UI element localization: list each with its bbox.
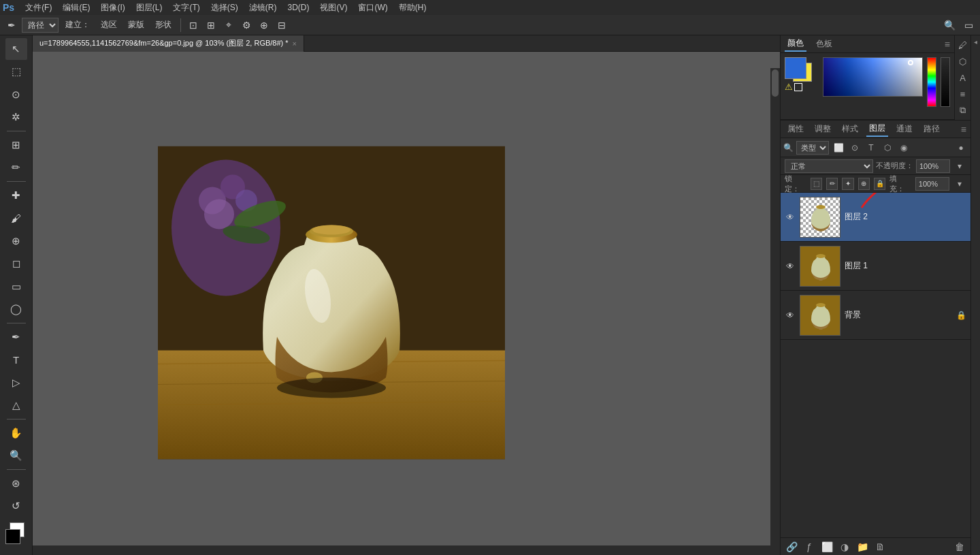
menu-3d[interactable]: 3D(D) — [282, 1, 314, 14]
settings-icon[interactable]: ⚙ — [239, 18, 254, 33]
tab-channels[interactable]: 通道 — [894, 122, 915, 136]
tool-brush[interactable]: 🖌 — [5, 207, 27, 229]
fill-input[interactable] — [915, 177, 949, 191]
tool-dodge[interactable]: ◯ — [5, 298, 27, 320]
shape-option[interactable]: 形状 — [151, 18, 176, 32]
delete-layer-icon[interactable]: 🗑 — [953, 540, 966, 554]
canvas-scrollbar-horizontal[interactable] — [33, 545, 770, 555]
tool-heal[interactable]: ✚ — [5, 185, 27, 206]
tab-adjustments[interactable]: 调整 — [812, 122, 834, 136]
opacity-dropdown-icon[interactable]: ▾ — [953, 159, 966, 173]
add-style-icon[interactable]: ƒ — [802, 540, 816, 554]
opacity-input[interactable] — [916, 159, 950, 173]
tool-path-selection[interactable]: ▷ — [5, 372, 27, 394]
filter-smart-icon[interactable]: ◉ — [897, 141, 911, 155]
path-type-dropdown[interactable]: 路径 — [22, 18, 59, 33]
foreground-color-swatch[interactable] — [5, 529, 20, 544]
layer-adjustment-icon[interactable]: ≡ — [956, 87, 970, 101]
small-color-rect[interactable] — [794, 83, 802, 91]
lock-brush-icon[interactable]: ✏ — [826, 178, 838, 190]
tool-crop[interactable]: ⊞ — [5, 134, 27, 156]
link-layers-icon[interactable]: 🔗 — [785, 540, 798, 554]
filter-adjustment-icon[interactable]: ⊙ — [848, 141, 862, 155]
tool-hand[interactable]: ✋ — [5, 422, 27, 444]
alpha-picker[interactable] — [941, 57, 950, 107]
tab-properties[interactable]: 属性 — [785, 122, 806, 136]
foreground-color-large[interactable] — [785, 57, 806, 79]
align-center-icon[interactable]: ⊞ — [203, 18, 218, 33]
tab-color[interactable]: 颜色 — [785, 36, 806, 52]
vertical-scroll-thumb[interactable] — [772, 69, 779, 97]
lock-move-icon[interactable]: ✦ — [842, 178, 853, 190]
new-group-icon[interactable]: 📁 — [855, 540, 869, 554]
layer-2-visibility-icon[interactable]: 👁 — [785, 212, 796, 223]
filter-pixel-icon[interactable]: ⬜ — [832, 141, 845, 155]
menu-text[interactable]: 文字(T) — [167, 1, 205, 15]
gradient-cursor[interactable] — [908, 60, 913, 65]
tool-marquee[interactable]: ⬚ — [5, 61, 27, 83]
tool-lasso[interactable]: ⊙ — [5, 84, 27, 106]
filter-active-icon[interactable]: ● — [954, 141, 968, 155]
tab-paths[interactable]: 路径 — [921, 122, 943, 136]
lock-artboard-icon[interactable]: ⊕ — [858, 178, 870, 190]
tool-move[interactable]: ↖ — [5, 38, 27, 60]
layer-item-1[interactable]: 👁 图层 1 — [781, 242, 970, 291]
canvas-scrollbar-vertical[interactable] — [770, 68, 780, 555]
layer-type-filter[interactable]: 类型 — [796, 141, 829, 155]
tool-eyedropper[interactable]: ✏ — [5, 157, 27, 178]
layer-item-2[interactable]: 👁 图层 2 — [781, 193, 970, 242]
menu-window[interactable]: 窗口(W) — [353, 1, 393, 15]
lock-checkerboard-icon[interactable]: ⬚ — [811, 178, 822, 190]
new-layer-icon[interactable]: 🗎 — [873, 540, 887, 554]
filter-type-icon[interactable]: T — [864, 141, 878, 155]
menu-layer[interactable]: 图层(L) — [131, 1, 168, 15]
blend-mode-dropdown[interactable]: 正常 — [785, 159, 873, 173]
menu-image[interactable]: 图像(I) — [95, 1, 130, 15]
mask-option[interactable]: 蒙版 — [124, 18, 148, 32]
tool-rotate[interactable]: ↺ — [5, 495, 27, 517]
transform-icon[interactable]: ⌖ — [221, 18, 236, 33]
search-icon[interactable]: 🔍 — [942, 18, 957, 33]
tool-zoom[interactable]: 🔍 — [5, 445, 27, 466]
menu-select[interactable]: 选择(S) — [206, 1, 244, 15]
select-option[interactable]: 选区 — [97, 18, 121, 32]
filter-shape-icon[interactable]: ⬡ — [881, 141, 894, 155]
tool-stamp[interactable]: ⊕ — [5, 230, 27, 252]
document-tab[interactable]: u=1789964555,1141562769&fm=26&gp=0.jpg @… — [33, 35, 304, 52]
tab-styles[interactable]: 样式 — [839, 122, 861, 136]
right-panel-collapse[interactable]: ◂ — [970, 35, 980, 555]
text-adjustment-icon[interactable]: A — [956, 71, 970, 84]
tab-swatches[interactable]: 色板 — [813, 37, 835, 51]
menu-view[interactable]: 视图(V) — [314, 1, 353, 15]
spectrum-picker[interactable] — [927, 57, 936, 107]
layers-panel-options-icon[interactable]: ≡ — [961, 124, 966, 135]
menu-file[interactable]: 文件(F) — [20, 1, 57, 15]
tool-pen[interactable]: ✒ — [5, 326, 27, 348]
menu-filter[interactable]: 滤镜(R) — [244, 1, 282, 15]
background-visibility-icon[interactable]: 👁 — [785, 310, 796, 321]
more-icon[interactable]: ⊟ — [274, 18, 289, 33]
tool-eraser[interactable]: ◻ — [5, 253, 27, 274]
fill-dropdown-icon[interactable]: ▾ — [953, 177, 966, 191]
add-adjustment-icon[interactable]: 🖊 — [956, 38, 970, 52]
align-left-icon[interactable]: ⊡ — [186, 18, 201, 33]
menu-edit[interactable]: 编辑(E) — [57, 1, 95, 15]
tool-text[interactable]: T — [5, 349, 27, 370]
tool-gradient[interactable]: ▭ — [5, 276, 27, 298]
tab-layers[interactable]: 图层 — [866, 121, 888, 137]
gradient-picker[interactable] — [823, 57, 923, 107]
select-adjustment-icon[interactable]: ⬡ — [956, 54, 970, 68]
lock-all-icon[interactable]: 🔒 — [874, 178, 885, 190]
layer-1-visibility-icon[interactable]: 👁 — [785, 261, 796, 272]
clipping-icon[interactable]: ⧉ — [956, 104, 970, 117]
panel-options-icon[interactable]: ≡ — [945, 39, 950, 50]
workspace-icon[interactable]: ▭ — [961, 18, 976, 33]
tool-magic-wand[interactable]: ✲ — [5, 107, 27, 129]
tool-spot-heal[interactable]: ⊛ — [5, 473, 27, 494]
arrange-icon[interactable]: ⊕ — [257, 18, 272, 33]
menu-help[interactable]: 帮助(H) — [393, 1, 432, 15]
layer-item-background[interactable]: 👁 背景 🔒 — [781, 291, 970, 340]
tool-icon-pen[interactable]: ✒ — [4, 18, 19, 33]
add-adjustment-layer-icon[interactable]: ◑ — [838, 540, 851, 554]
canvas-content[interactable] — [33, 52, 780, 555]
